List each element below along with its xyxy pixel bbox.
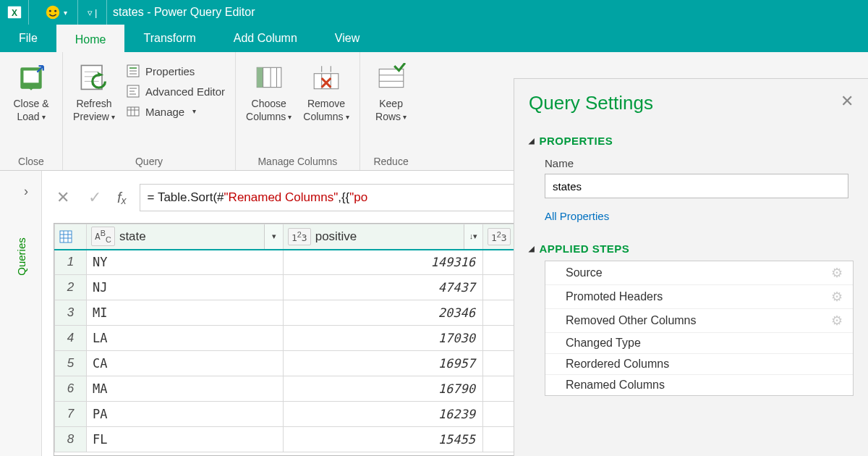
refresh-preview-button[interactable]: Refresh Preview▾	[69, 58, 119, 123]
svg-text:X: X	[12, 8, 17, 18]
svg-rect-19	[127, 107, 139, 116]
cell-positive[interactable]: 16790	[284, 376, 483, 402]
group-label-query: Query	[69, 153, 229, 170]
row-number: 2	[55, 275, 87, 300]
row-number: 8	[55, 427, 87, 452]
svg-rect-24	[257, 67, 263, 87]
column-sort-positive[interactable]: ↓▾	[464, 224, 482, 249]
cell-positive[interactable]: 16957	[284, 351, 483, 376]
applied-steps-list: Source⚙Promoted Headers⚙Removed Other Co…	[545, 261, 854, 396]
row-number: 7	[55, 402, 87, 427]
cell-state[interactable]: NJ	[87, 275, 284, 300]
query-settings-title: Query Settings	[529, 92, 854, 114]
qat-feedback-button[interactable]: ▾	[35, 0, 78, 25]
step-label: Removed Other Columns	[566, 314, 697, 327]
choose-columns-icon	[253, 62, 285, 94]
chevron-right-icon[interactable]: ›	[24, 184, 28, 199]
cell-positive[interactable]: 47437	[284, 275, 483, 300]
refresh-icon	[78, 62, 110, 94]
applied-step[interactable]: Renamed Columns	[545, 375, 853, 395]
title-bar: X ▾ ▿ | states - Power Query Editor	[0, 0, 868, 25]
type-number-icon: 123	[288, 228, 311, 245]
close-load-icon	[15, 62, 47, 94]
cell-positive[interactable]: 15455	[284, 427, 483, 452]
group-label-reduce: Reduce	[366, 153, 417, 170]
queries-sidebar[interactable]: › Queries	[0, 171, 42, 456]
ribbon-group-query: Refresh Preview▾ Properties Advanced Edi…	[63, 52, 236, 170]
step-label: Changed Type	[566, 337, 641, 350]
group-label-close: Close	[6, 153, 56, 170]
keep-rows-button[interactable]: Keep Rows▾	[366, 58, 417, 123]
close-panel-icon[interactable]: ✕	[841, 92, 854, 111]
cell-state[interactable]: NY	[87, 250, 284, 275]
svg-point-2	[46, 6, 59, 19]
tab-view[interactable]: View	[316, 25, 378, 52]
cell-positive[interactable]: 20346	[284, 300, 483, 326]
properties-section-header[interactable]: ◢PROPERTIES	[529, 135, 854, 147]
choose-columns-button[interactable]: Choose Columns▾	[242, 58, 296, 123]
cell-state[interactable]: FL	[87, 427, 284, 452]
table-corner[interactable]	[55, 224, 87, 250]
cell-positive[interactable]: 17030	[284, 326, 483, 351]
name-label: Name	[545, 157, 854, 169]
gear-icon[interactable]: ⚙	[831, 313, 843, 329]
row-number: 1	[55, 250, 87, 275]
all-properties-link[interactable]: All Properties	[545, 210, 609, 222]
svg-rect-36	[60, 231, 72, 242]
cell-state[interactable]: CA	[87, 351, 284, 376]
row-number: 4	[55, 326, 87, 351]
svg-point-4	[54, 10, 56, 12]
properties-icon	[127, 64, 140, 77]
cell-state[interactable]: PA	[87, 402, 284, 427]
applied-step[interactable]: Promoted Headers⚙	[545, 285, 853, 309]
gear-icon[interactable]: ⚙	[831, 265, 843, 281]
gear-icon[interactable]: ⚙	[831, 289, 843, 305]
column-header-state[interactable]: ABCstate ▾	[87, 224, 284, 250]
qat-divider	[29, 0, 35, 25]
ribbon-tab-strip: File Home Transform Add Column View	[0, 25, 868, 52]
query-name-input[interactable]	[545, 174, 848, 198]
tab-home[interactable]: Home	[56, 25, 125, 52]
tab-transform[interactable]: Transform	[124, 25, 214, 52]
advanced-editor-button[interactable]: Advanced Editor	[122, 83, 229, 100]
remove-columns-button[interactable]: Remove Columns▾	[299, 58, 353, 123]
cell-positive[interactable]: 16239	[284, 402, 483, 427]
applied-step[interactable]: Changed Type	[545, 333, 853, 354]
group-label-manage-columns: Manage Columns	[242, 153, 354, 170]
manage-button[interactable]: Manage▾	[122, 103, 229, 120]
step-label: Reordered Columns	[566, 358, 669, 371]
svg-point-3	[49, 10, 51, 12]
advanced-editor-icon	[127, 85, 140, 98]
applied-step[interactable]: Removed Other Columns⚙	[545, 309, 853, 333]
fx-icon[interactable]: fx	[117, 190, 127, 206]
cell-positive[interactable]: 149316	[284, 250, 483, 275]
remove-columns-icon	[310, 62, 342, 94]
cancel-formula-icon[interactable]: ✕	[54, 188, 72, 207]
column-filter-state[interactable]: ▾	[264, 224, 283, 249]
properties-button[interactable]: Properties	[122, 62, 229, 80]
cell-state[interactable]: MA	[87, 376, 284, 402]
applied-steps-header[interactable]: ◢APPLIED STEPS	[529, 242, 854, 255]
keep-rows-icon	[375, 62, 407, 94]
applied-step[interactable]: Source⚙	[545, 261, 853, 285]
step-label: Renamed Columns	[566, 379, 665, 392]
row-number: 3	[55, 300, 87, 326]
close-and-load-button[interactable]: Close & Load▾	[6, 58, 56, 123]
tab-add-column[interactable]: Add Column	[215, 25, 316, 52]
queries-sidebar-label: Queries	[14, 237, 27, 276]
column-header-positive[interactable]: 123positive ↓▾	[284, 224, 483, 250]
window-title: states - Power Query Editor	[107, 6, 255, 19]
svg-rect-6	[24, 71, 39, 83]
row-number: 5	[55, 351, 87, 376]
step-label: Source	[566, 266, 603, 279]
cell-state[interactable]: MI	[87, 300, 284, 326]
ribbon-group-reduce: Keep Rows▾ Reduce	[360, 52, 422, 170]
ribbon-group-close: Close & Load▾ Close	[0, 52, 63, 170]
qat-customize[interactable]: ▿ |	[78, 0, 107, 25]
confirm-formula-icon[interactable]: ✓	[85, 188, 104, 207]
tab-file[interactable]: File	[0, 25, 56, 52]
ribbon-group-manage-columns: Choose Columns▾ Remove Columns▾ Manage C…	[236, 52, 360, 170]
table-icon	[59, 230, 72, 243]
cell-state[interactable]: LA	[87, 326, 284, 351]
applied-step[interactable]: Reordered Columns	[545, 354, 853, 375]
